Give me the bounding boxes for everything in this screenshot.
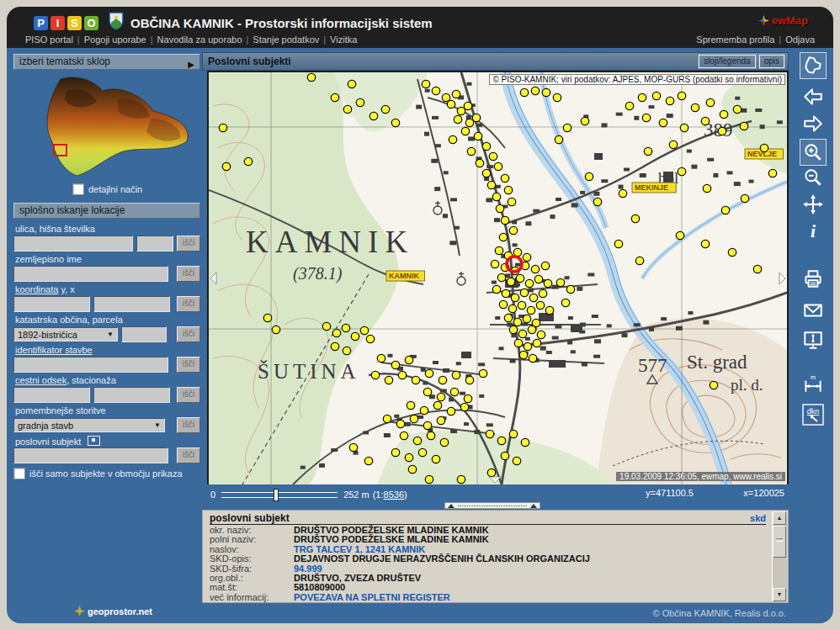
zoom-in-icon[interactable] (800, 139, 827, 166)
business-marker[interactable] (545, 306, 553, 314)
business-marker[interactable] (432, 455, 439, 463)
business-marker[interactable] (476, 159, 483, 167)
business-marker[interactable] (501, 216, 508, 224)
business-marker[interactable] (508, 198, 515, 205)
business-marker[interactable] (447, 100, 455, 108)
menu-item-stanje-podatkov[interactable]: Stanje podatkov (253, 34, 319, 45)
business-marker[interactable] (437, 393, 444, 400)
business-marker[interactable] (391, 361, 399, 368)
business-marker[interactable] (423, 421, 431, 429)
business-marker[interactable] (495, 246, 502, 254)
scroll-down-button[interactable]: ▼ (773, 588, 786, 601)
business-marker[interactable] (452, 371, 460, 379)
measure-icon[interactable]: m (802, 373, 824, 395)
business-marker[interactable] (509, 226, 517, 234)
business-marker[interactable] (433, 401, 441, 409)
overview-minimap[interactable] (17, 74, 195, 178)
business-marker[interactable] (391, 448, 399, 456)
business-marker[interactable] (439, 376, 446, 384)
business-marker[interactable] (678, 92, 685, 99)
business-marker[interactable] (528, 326, 535, 333)
info-panel-scrollbar[interactable]: ▲ ▼ (772, 511, 787, 601)
geoprostor-logo[interactable]: geoprostor.net (74, 606, 152, 617)
business-marker[interactable] (519, 351, 527, 358)
mail-icon[interactable] (802, 299, 824, 321)
business-marker[interactable] (556, 278, 564, 286)
street-input[interactable] (13, 236, 133, 251)
piso-logo[interactable]: PISO (34, 16, 98, 30)
business-marker[interactable] (464, 102, 471, 109)
business-marker[interactable] (219, 124, 226, 131)
business-marker[interactable] (369, 112, 377, 119)
business-marker[interactable] (487, 181, 495, 188)
business-marker[interactable] (377, 354, 385, 362)
business-marker[interactable] (536, 301, 544, 309)
business-marker[interactable] (486, 430, 493, 437)
business-marker[interactable] (508, 304, 516, 312)
identify-info-icon[interactable]: i (802, 220, 824, 241)
business-marker[interactable] (710, 381, 717, 389)
business-marker[interactable] (482, 142, 490, 150)
description-button[interactable]: opis (759, 55, 784, 68)
detail-mode-checkbox[interactable] (72, 183, 84, 195)
business-marker[interactable] (619, 189, 626, 197)
business-marker[interactable] (635, 257, 643, 264)
municipality-extent-icon[interactable] (800, 52, 827, 79)
business-marker[interactable] (539, 289, 546, 297)
scroll-up-button[interactable]: ▲ (773, 511, 786, 525)
scrollbar-thumb[interactable] (773, 526, 786, 558)
business-marker[interactable] (425, 475, 433, 483)
business-marker[interactable] (391, 119, 399, 126)
search-road-button[interactable]: išči (177, 387, 200, 403)
business-marker[interactable] (525, 279, 533, 287)
business-marker[interactable] (331, 93, 338, 101)
business-marker[interactable] (454, 115, 461, 123)
business-marker[interactable] (343, 105, 351, 113)
business-marker[interactable] (356, 98, 364, 106)
layers-legend-button[interactable]: sloji/legenda (699, 55, 756, 68)
business-marker[interactable] (472, 114, 480, 121)
skd-link[interactable]: skd (750, 513, 766, 523)
business-marker[interactable] (542, 88, 550, 96)
business-marker[interactable] (499, 233, 507, 241)
business-marker[interactable] (418, 448, 426, 456)
business-marker[interactable] (741, 194, 748, 202)
business-marker[interactable] (400, 431, 407, 439)
coordinate-y-input[interactable] (13, 296, 90, 312)
menu-item-odjava[interactable]: Odjava (785, 34, 815, 45)
business-marker[interactable] (533, 339, 540, 347)
parcel-input[interactable] (121, 326, 167, 342)
services-select[interactable]: gradnja stavb▼ (13, 418, 165, 432)
business-marker[interactable] (529, 294, 537, 301)
area-filter-checkbox[interactable] (13, 468, 25, 479)
business-marker[interactable] (465, 119, 473, 126)
business-marker[interactable] (561, 299, 569, 306)
business-marker[interactable] (523, 315, 530, 322)
business-marker[interactable] (222, 162, 230, 170)
business-marker[interactable] (449, 135, 456, 143)
business-marker[interactable] (494, 162, 502, 170)
menu-item-vizitka[interactable]: Vizitka (330, 34, 357, 45)
business-marker[interactable] (244, 157, 252, 165)
business-marker[interactable] (701, 117, 709, 124)
dkn-icon[interactable]: dkn (802, 404, 824, 426)
business-marker[interactable] (366, 335, 374, 342)
business-marker[interactable] (768, 169, 776, 177)
business-marker[interactable] (593, 198, 601, 205)
business-marker[interactable] (701, 240, 709, 247)
business-marker[interactable] (427, 431, 434, 439)
business-marker[interactable] (497, 437, 505, 444)
business-marker[interactable] (514, 339, 522, 347)
business-marker[interactable] (703, 184, 710, 192)
business-marker[interactable] (408, 465, 416, 473)
pan-icon[interactable] (802, 193, 824, 215)
business-marker[interactable] (642, 114, 650, 121)
business-marker[interactable] (465, 376, 473, 384)
search-coordinate-button[interactable]: išči (177, 296, 200, 312)
business-marker[interactable] (322, 322, 330, 330)
business-marker[interactable] (360, 326, 368, 334)
map-canvas[interactable]: KAMNIK(378.1)ŠUTINA577St. gradpl. d.389b… (209, 72, 787, 484)
business-marker[interactable] (678, 167, 685, 175)
business-marker[interactable] (669, 140, 677, 148)
business-marker[interactable] (733, 105, 741, 113)
